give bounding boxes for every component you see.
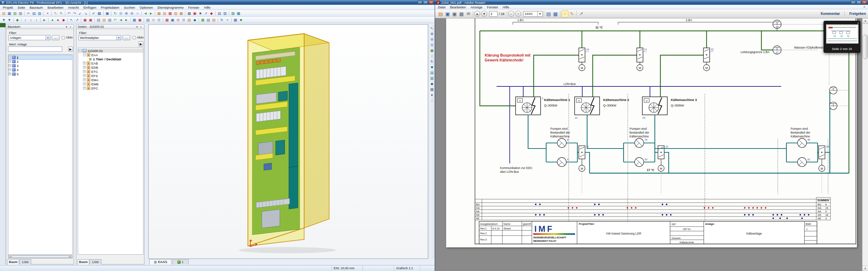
save-copy-icon[interactable]: ▣ (451, 10, 458, 17)
rotate-tool-icon[interactable]: ↻ (429, 59, 434, 64)
document-area[interactable]: 1.BA 2.BA 11 °C LON-Bus (435, 18, 868, 271)
scroll-right-icon[interactable]: ► (69, 255, 72, 258)
terminal-strip-icon[interactable]: ▣ (137, 17, 143, 23)
chevron-down-icon[interactable]: ▾ (45, 35, 50, 40)
device-select-icon[interactable]: ↖ (69, 17, 74, 23)
tree-row-anlage[interactable]: + & EMA (78, 78, 143, 82)
window-icon[interactable]: ▣ (105, 11, 110, 16)
close-bar-icon[interactable]: × (863, 5, 865, 9)
cable-auto-icon[interactable]: ⊙ (175, 17, 181, 23)
chevron-down-icon[interactable]: ▾ (116, 35, 121, 40)
menu-einfuegen[interactable]: Einfügen (83, 6, 97, 9)
open-file-icon[interactable]: ▤ (437, 10, 444, 17)
wireframe-icon[interactable]: ▦ (429, 86, 434, 92)
expander-icon[interactable]: + (8, 68, 11, 71)
zoom-in-icon[interactable]: + (515, 11, 521, 17)
3d-routing-icon[interactable] (5, 23, 6, 27)
comment-bubble-icon[interactable]: ○ (561, 10, 568, 17)
email-icon[interactable]: ✉ (465, 10, 472, 17)
scroll-left-icon[interactable]: ◄ (8, 255, 11, 258)
filter-icon[interactable]: ▼ (1, 17, 7, 23)
expander-icon[interactable]: + (83, 62, 86, 65)
menu-bearbeiten[interactable]: Bearbeiten (450, 5, 466, 9)
3d-view-icon[interactable]: ▧ (230, 11, 236, 16)
seiten-filter-browse-button[interactable]: ... (123, 35, 130, 40)
vertical-scrollbar[interactable]: ▲ ▼ (862, 18, 868, 271)
align-horizontal-icon[interactable]: ↕ (23, 17, 28, 23)
ortho-icon[interactable]: ■ (198, 11, 203, 16)
menu-fenster[interactable]: Fenster (487, 5, 498, 9)
menu-seite[interactable]: Seite (18, 6, 25, 9)
eplan-titlebar[interactable]: EPLAN Electric P8 - Professional SP1 - 3… (0, 0, 435, 5)
menu-bearbeiten[interactable]: Bearbeiten (48, 6, 64, 9)
report-update-icon[interactable]: ▤ (206, 17, 211, 23)
tree-row-project[interactable]: − 110200.01 (78, 49, 143, 53)
menu-dienstprogramme[interactable]: Dienstprogramme (158, 6, 184, 9)
bauraum-filter-combobox[interactable]: Anlagen ▾ (8, 35, 50, 40)
menu-bauraum[interactable]: Bauraum (30, 6, 43, 9)
menu-suchen[interactable]: Suchen (124, 6, 135, 9)
labeling-icon[interactable]: ▥ (211, 17, 217, 23)
pan-tool-icon[interactable]: ↕ (429, 53, 434, 58)
parts-icon[interactable]: ■ (238, 17, 244, 23)
insert-macro-icon[interactable]: ▤ (162, 11, 167, 16)
kommentar-button[interactable]: Kommentar (821, 12, 840, 16)
zoom-dropdown-icon[interactable]: ▾ (538, 11, 543, 17)
tree-row-anlage[interactable]: + & EPC (78, 86, 143, 90)
edit-pen-icon[interactable]: ✎ (58, 11, 64, 16)
maximize-button[interactable]: □ (856, 0, 861, 4)
bauraum-aktiv-checkbox[interactable] (62, 36, 65, 39)
wert-input[interactable] (8, 46, 62, 52)
cart-icon[interactable]: ▦ (233, 17, 238, 23)
check-icon[interactable]: ✔ (91, 11, 97, 16)
shield-icon[interactable]: ⊙ (181, 17, 186, 23)
close-button[interactable]: × (428, 0, 434, 4)
delete-icon[interactable]: × (45, 11, 50, 16)
zoom-out-icon[interactable]: ⊖ (129, 11, 135, 16)
cable-select-icon[interactable]: ▣ (170, 17, 175, 23)
tree-row[interactable]: + 1 (8, 55, 72, 59)
puzzle-icon[interactable]: ◆ (15, 17, 20, 23)
page-macro-icon[interactable]: ▥ (107, 17, 112, 23)
sync-icon[interactable]: ↻ (219, 17, 225, 23)
coordinates-icon[interactable]: ◆ (209, 11, 214, 16)
interrupt-target-icon[interactable]: ▣ (88, 17, 93, 23)
scroll-up-icon[interactable]: ▲ (862, 18, 868, 24)
minimize-button[interactable]: – (417, 0, 423, 4)
backup-project-icon[interactable]: ▧ (12, 11, 18, 16)
fullscreen-icon[interactable]: ↗ (578, 10, 585, 17)
nav-next-icon[interactable]: ► (124, 17, 129, 23)
3d-mockup-icon[interactable]: ▦ (236, 11, 241, 16)
filter-apply-icon[interactable]: ▼ (7, 17, 12, 23)
grid-snap-icon[interactable]: ▣ (192, 11, 198, 16)
number-devices-icon[interactable]: ▤ (145, 17, 151, 23)
shaded-icon[interactable]: ● (429, 92, 434, 97)
3d-viewport[interactable] (148, 24, 428, 259)
insert-box-icon[interactable]: ▦ (167, 11, 173, 16)
exchange-icon[interactable]: × (225, 17, 230, 23)
view-front-icon[interactable]: ■ (429, 64, 434, 69)
insert-terminal-icon[interactable]: ▥ (173, 11, 178, 16)
fit-width-icon[interactable]: ▤ (545, 10, 552, 17)
scroll-down-icon[interactable]: ▼ (862, 266, 868, 271)
maximize-button[interactable]: □ (423, 0, 428, 4)
open-project-icon[interactable]: ▤ (1, 11, 7, 16)
device-tag-icon[interactable]: ⊙ (151, 17, 156, 23)
bauraum-panel-header[interactable]: Bauraum ▾ × (6, 25, 74, 29)
open-page-icon[interactable]: ▧ (101, 17, 107, 23)
undo-list-icon[interactable]: ↙ (77, 11, 83, 16)
project-management-icon[interactable]: ▦ (7, 11, 12, 16)
zoom-out-icon[interactable]: – (508, 11, 514, 17)
expander-icon[interactable]: + (83, 74, 86, 77)
save-icon[interactable]: ▣ (444, 10, 451, 17)
expander-icon[interactable]: − (79, 49, 82, 52)
report-icon[interactable]: ▦ (200, 17, 206, 23)
tab-baum[interactable]: Baum (7, 259, 19, 264)
zoom-out-tool-icon[interactable]: ⊖ (429, 36, 434, 42)
angle-icon[interactable]: ↗ (203, 11, 209, 16)
plc-addresses-icon[interactable]: ⊙ (156, 17, 162, 23)
seiten-go-button[interactable]: ▶ (139, 41, 143, 46)
zoom-level-box[interactable]: 144% (523, 11, 538, 17)
panel-close-icon[interactable]: × (68, 25, 72, 28)
menu-ansicht[interactable]: Ansicht (68, 6, 79, 9)
